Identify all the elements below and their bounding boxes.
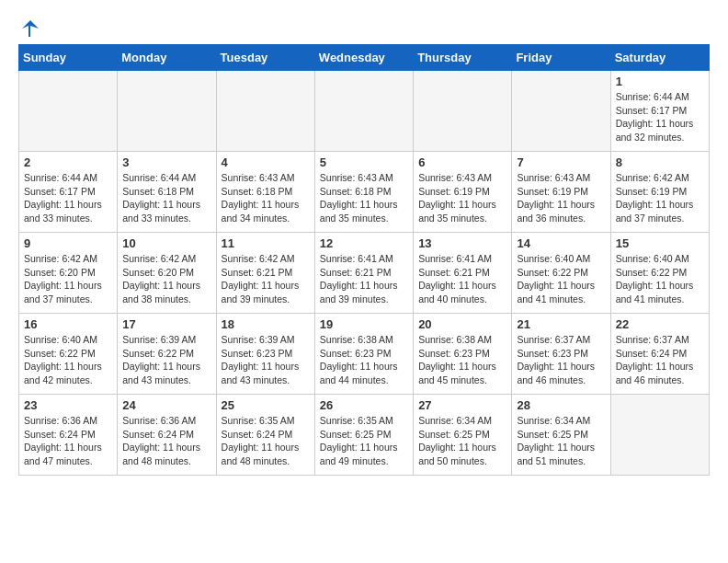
calendar-cell	[610, 395, 709, 476]
calendar-cell	[414, 71, 512, 152]
day-info: Sunrise: 6:43 AM Sunset: 6:19 PM Dayligh…	[418, 171, 506, 225]
day-info: Sunrise: 6:36 AM Sunset: 6:24 PM Dayligh…	[24, 414, 112, 468]
day-info: Sunrise: 6:44 AM Sunset: 6:17 PM Dayligh…	[24, 171, 112, 225]
calendar-cell: 4Sunrise: 6:43 AM Sunset: 6:18 PM Daylig…	[216, 152, 314, 233]
day-info: Sunrise: 6:44 AM Sunset: 6:17 PM Dayligh…	[616, 90, 704, 144]
day-info: Sunrise: 6:40 AM Sunset: 6:22 PM Dayligh…	[24, 333, 112, 387]
day-number: 24	[122, 398, 210, 412]
day-number: 18	[222, 317, 310, 331]
day-info: Sunrise: 6:38 AM Sunset: 6:23 PM Dayligh…	[418, 333, 506, 387]
weekday-header: Sunday	[19, 45, 118, 71]
day-number: 25	[222, 398, 310, 412]
calendar-week-row: 9Sunrise: 6:42 AM Sunset: 6:20 PM Daylig…	[19, 233, 710, 314]
day-number: 13	[418, 236, 506, 250]
calendar-cell: 22Sunrise: 6:37 AM Sunset: 6:24 PM Dayli…	[610, 314, 709, 395]
calendar-header-row: SundayMondayTuesdayWednesdayThursdayFrid…	[19, 45, 710, 71]
day-info: Sunrise: 6:40 AM Sunset: 6:22 PM Dayligh…	[616, 252, 704, 306]
calendar-cell	[19, 71, 118, 152]
calendar-cell: 25Sunrise: 6:35 AM Sunset: 6:24 PM Dayli…	[216, 395, 314, 476]
calendar-cell: 13Sunrise: 6:41 AM Sunset: 6:21 PM Dayli…	[414, 233, 512, 314]
day-info: Sunrise: 6:42 AM Sunset: 6:20 PM Dayligh…	[122, 252, 210, 306]
calendar-cell: 17Sunrise: 6:39 AM Sunset: 6:22 PM Dayli…	[118, 314, 216, 395]
day-info: Sunrise: 6:42 AM Sunset: 6:21 PM Dayligh…	[222, 252, 310, 306]
logo	[18, 18, 40, 35]
calendar-table: SundayMondayTuesdayWednesdayThursdayFrid…	[18, 44, 710, 476]
day-number: 16	[24, 317, 112, 331]
day-info: Sunrise: 6:43 AM Sunset: 6:18 PM Dayligh…	[222, 171, 310, 225]
calendar-cell: 10Sunrise: 6:42 AM Sunset: 6:20 PM Dayli…	[118, 233, 216, 314]
weekday-header: Tuesday	[216, 45, 314, 71]
svg-marker-0	[22, 20, 39, 37]
calendar-cell: 24Sunrise: 6:36 AM Sunset: 6:24 PM Dayli…	[118, 395, 216, 476]
day-number: 12	[320, 236, 408, 250]
day-info: Sunrise: 6:38 AM Sunset: 6:23 PM Dayligh…	[320, 333, 408, 387]
day-info: Sunrise: 6:44 AM Sunset: 6:18 PM Dayligh…	[122, 171, 210, 225]
day-info: Sunrise: 6:35 AM Sunset: 6:24 PM Dayligh…	[222, 414, 310, 468]
day-info: Sunrise: 6:42 AM Sunset: 6:20 PM Dayligh…	[24, 252, 112, 306]
day-number: 19	[320, 317, 408, 331]
weekday-header: Friday	[512, 45, 610, 71]
calendar-week-row: 2Sunrise: 6:44 AM Sunset: 6:17 PM Daylig…	[19, 152, 710, 233]
day-info: Sunrise: 6:43 AM Sunset: 6:19 PM Dayligh…	[517, 171, 605, 225]
calendar-cell: 3Sunrise: 6:44 AM Sunset: 6:18 PM Daylig…	[118, 152, 216, 233]
weekday-header: Monday	[118, 45, 216, 71]
day-number: 10	[122, 236, 210, 250]
calendar-cell: 11Sunrise: 6:42 AM Sunset: 6:21 PM Dayli…	[216, 233, 314, 314]
day-info: Sunrise: 6:40 AM Sunset: 6:22 PM Dayligh…	[517, 252, 605, 306]
logo-flag-icon	[20, 18, 40, 39]
day-number: 17	[122, 317, 210, 331]
calendar-cell	[512, 71, 610, 152]
day-number: 20	[418, 317, 506, 331]
day-number: 2	[24, 155, 112, 169]
day-number: 27	[418, 398, 506, 412]
calendar-cell: 8Sunrise: 6:42 AM Sunset: 6:19 PM Daylig…	[610, 152, 709, 233]
day-info: Sunrise: 6:37 AM Sunset: 6:23 PM Dayligh…	[517, 333, 605, 387]
weekday-header: Wednesday	[314, 45, 413, 71]
day-number: 28	[517, 398, 605, 412]
day-info: Sunrise: 6:41 AM Sunset: 6:21 PM Dayligh…	[418, 252, 506, 306]
calendar-cell: 21Sunrise: 6:37 AM Sunset: 6:23 PM Dayli…	[512, 314, 610, 395]
day-number: 11	[222, 236, 310, 250]
day-number: 1	[616, 75, 704, 88]
day-number: 3	[122, 155, 210, 169]
day-info: Sunrise: 6:39 AM Sunset: 6:23 PM Dayligh…	[222, 333, 310, 387]
calendar-cell: 15Sunrise: 6:40 AM Sunset: 6:22 PM Dayli…	[610, 233, 709, 314]
day-info: Sunrise: 6:37 AM Sunset: 6:24 PM Dayligh…	[616, 333, 704, 387]
calendar-cell: 23Sunrise: 6:36 AM Sunset: 6:24 PM Dayli…	[19, 395, 118, 476]
calendar-cell: 20Sunrise: 6:38 AM Sunset: 6:23 PM Dayli…	[414, 314, 512, 395]
day-number: 22	[616, 317, 704, 331]
day-number: 14	[517, 236, 605, 250]
day-info: Sunrise: 6:35 AM Sunset: 6:25 PM Dayligh…	[320, 414, 408, 468]
calendar-cell: 19Sunrise: 6:38 AM Sunset: 6:23 PM Dayli…	[314, 314, 413, 395]
calendar-cell: 16Sunrise: 6:40 AM Sunset: 6:22 PM Dayli…	[19, 314, 118, 395]
day-number: 9	[24, 236, 112, 250]
calendar-cell: 12Sunrise: 6:41 AM Sunset: 6:21 PM Dayli…	[314, 233, 413, 314]
day-number: 15	[616, 236, 704, 250]
day-number: 23	[24, 398, 112, 412]
day-number: 21	[517, 317, 605, 331]
day-info: Sunrise: 6:34 AM Sunset: 6:25 PM Dayligh…	[418, 414, 506, 468]
calendar-cell: 26Sunrise: 6:35 AM Sunset: 6:25 PM Dayli…	[314, 395, 413, 476]
day-number: 7	[517, 155, 605, 169]
calendar-cell: 5Sunrise: 6:43 AM Sunset: 6:18 PM Daylig…	[314, 152, 413, 233]
calendar-cell	[314, 71, 413, 152]
day-number: 5	[320, 155, 408, 169]
calendar-cell: 2Sunrise: 6:44 AM Sunset: 6:17 PM Daylig…	[19, 152, 118, 233]
calendar-cell	[216, 71, 314, 152]
day-info: Sunrise: 6:43 AM Sunset: 6:18 PM Dayligh…	[320, 171, 408, 225]
day-info: Sunrise: 6:41 AM Sunset: 6:21 PM Dayligh…	[320, 252, 408, 306]
day-number: 26	[320, 398, 408, 412]
day-number: 6	[418, 155, 506, 169]
calendar-cell	[118, 71, 216, 152]
calendar-cell: 6Sunrise: 6:43 AM Sunset: 6:19 PM Daylig…	[414, 152, 512, 233]
weekday-header: Thursday	[414, 45, 512, 71]
day-info: Sunrise: 6:34 AM Sunset: 6:25 PM Dayligh…	[517, 414, 605, 468]
page-header	[18, 18, 710, 35]
calendar-cell: 27Sunrise: 6:34 AM Sunset: 6:25 PM Dayli…	[414, 395, 512, 476]
calendar-week-row: 16Sunrise: 6:40 AM Sunset: 6:22 PM Dayli…	[19, 314, 710, 395]
calendar-cell: 18Sunrise: 6:39 AM Sunset: 6:23 PM Dayli…	[216, 314, 314, 395]
day-number: 4	[222, 155, 310, 169]
day-info: Sunrise: 6:36 AM Sunset: 6:24 PM Dayligh…	[122, 414, 210, 468]
day-number: 8	[616, 155, 704, 169]
calendar-cell: 14Sunrise: 6:40 AM Sunset: 6:22 PM Dayli…	[512, 233, 610, 314]
